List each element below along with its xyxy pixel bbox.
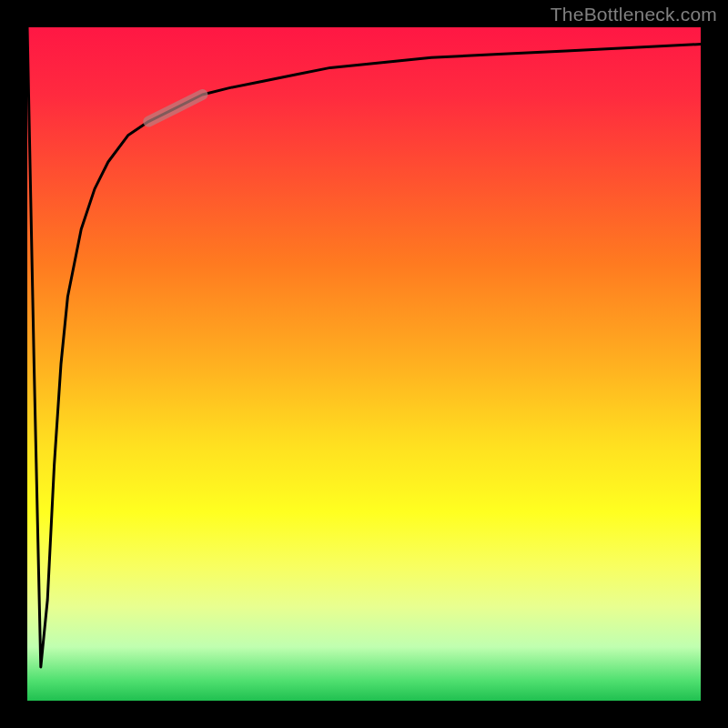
chart-frame: TheBottleneck.com (0, 0, 728, 728)
highlight-segment (148, 95, 202, 122)
bottleneck-curve-path (27, 27, 701, 667)
watermark-text: TheBottleneck.com (551, 4, 717, 25)
curve-svg (27, 27, 701, 701)
plot-area (27, 27, 701, 701)
